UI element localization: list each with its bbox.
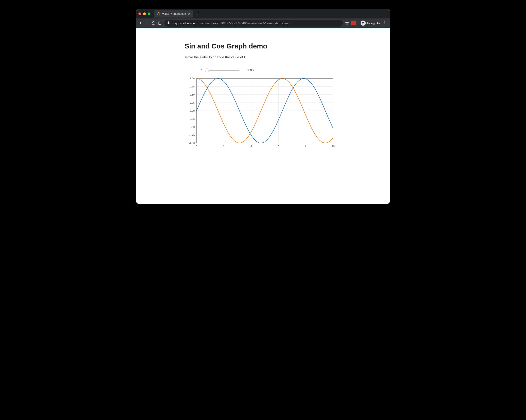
jupyter-favicon-icon: [156, 11, 161, 16]
page-subtitle: Move the slider to change the value of t…: [184, 55, 342, 59]
slider-control: t 1.00: [197, 68, 342, 72]
incognito-icon: [361, 20, 366, 26]
y-tick-label: 0.50: [190, 93, 195, 96]
tab-title: Voila: Presentation: [162, 12, 186, 15]
address-bar: myjupyterhub.net/user/dan/graph-20200508…: [136, 19, 390, 28]
browser-menu-button[interactable]: [382, 21, 388, 25]
page-title: Sin and Cos Graph demo: [184, 42, 342, 50]
svg-point-2: [384, 22, 385, 23]
slider-label: t: [197, 68, 202, 72]
x-tick-label: 10: [332, 145, 334, 148]
tab-bar: Voila: Presentation ✕ +: [136, 9, 390, 19]
incognito-indicator[interactable]: Incognito: [361, 20, 380, 26]
new-tab-button[interactable]: +: [195, 11, 201, 16]
sin-cos-chart: -1.00-0.75-0.50-0.250.000.250.500.751.00…: [183, 76, 335, 150]
x-tick-label: 4: [251, 145, 252, 148]
svg-point-1: [384, 21, 385, 22]
y-tick-label: 0.25: [190, 101, 195, 104]
url-input[interactable]: myjupyterhub.net/user/dan/graph-20200508…: [164, 20, 343, 27]
forward-button[interactable]: [145, 21, 149, 25]
home-button[interactable]: [158, 21, 162, 25]
x-tick-label: 0: [196, 145, 197, 148]
toolbar-divider: [358, 21, 358, 25]
slider-value: 1.00: [247, 68, 253, 72]
x-tick-label: 2: [223, 145, 224, 148]
bookmark-button[interactable]: [345, 21, 349, 25]
lock-icon: [167, 21, 170, 25]
svg-point-3: [384, 23, 385, 24]
close-tab-button[interactable]: ✕: [188, 12, 191, 15]
url-path: /user/dan/graph-20200508-174540/voila/re…: [198, 21, 290, 25]
minimize-window-button[interactable]: [143, 12, 146, 15]
maximize-window-button[interactable]: [148, 12, 151, 15]
url-host: myjupyterhub.net: [172, 21, 196, 25]
x-tick-label: 8: [305, 145, 307, 148]
tab-voila-presentation[interactable]: Voila: Presentation ✕: [154, 10, 193, 18]
incognito-label: Incognito: [367, 21, 380, 25]
window-controls: [138, 12, 151, 15]
t-slider[interactable]: [205, 70, 240, 71]
y-tick-label: 0.75: [190, 85, 195, 88]
reload-button[interactable]: [151, 21, 155, 25]
x-tick-label: 6: [278, 145, 279, 148]
back-button[interactable]: [138, 21, 142, 25]
y-tick-label: -0.25: [189, 117, 195, 120]
y-tick-label: 0.00: [190, 109, 195, 112]
svg-marker-0: [346, 21, 349, 24]
y-tick-label: -0.75: [189, 134, 195, 136]
y-tick-label: -0.50: [189, 125, 195, 128]
browser-window: Voila: Presentation ✕ + myjupyterhub.net…: [136, 9, 390, 204]
close-window-button[interactable]: [138, 12, 141, 15]
y-tick-label: 1.00: [190, 77, 195, 80]
y-tick-label: -1.00: [189, 142, 195, 144]
extension-button[interactable]: •••: [351, 21, 356, 25]
page-content: Sin and Cos Graph demo Move the slider t…: [136, 28, 390, 204]
